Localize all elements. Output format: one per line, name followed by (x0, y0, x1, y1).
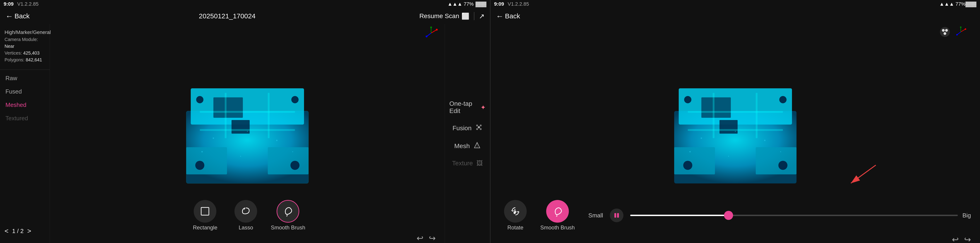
fusion-button[interactable]: Fusion (449, 124, 486, 132)
resume-scan-label: Resume Scan (419, 13, 459, 20)
3d-scan-object (168, 66, 327, 202)
right-3d-view[interactable]: Rotate Smooth Brush Small (490, 24, 980, 243)
undo-button-left[interactable]: ↩ (417, 233, 423, 243)
svg-point-30 (480, 125, 482, 126)
svg-point-58 (684, 96, 691, 103)
tool-rotate[interactable]: Rotate (500, 200, 531, 231)
left-sidebar: High/Marker/General Camera Module: Near … (0, 24, 50, 243)
svg-point-19 (291, 96, 299, 103)
texture-label: Texture (452, 160, 473, 167)
right-panel: 9:09 V1.2.2.85 ▲▲▲ 77% ▓▓▓ ← Back (490, 0, 980, 243)
undo-button-right[interactable]: ↩ (952, 235, 959, 243)
svg-point-61 (735, 131, 736, 132)
left-status-version: V1.2.2.85 (17, 1, 38, 7)
size-big-label: Big (963, 212, 971, 219)
svg-point-28 (478, 126, 480, 129)
sidebar-item-raw[interactable]: Raw (0, 71, 49, 85)
share-icon[interactable]: ↗ (479, 12, 485, 20)
left-header-right: Resume Scan ⬜ ↗ (419, 12, 485, 20)
right-tools-row: Rotate Smooth Brush Small (490, 198, 980, 233)
axis-indicator (424, 26, 438, 41)
vertices-row: Vertices: 425,403 Polygons: 842,641 (5, 49, 45, 63)
mesh-button[interactable]: Mesh (449, 141, 486, 150)
svg-point-5 (426, 35, 428, 37)
right-back-label: Back (505, 12, 520, 20)
tool-lasso[interactable]: Lasso (230, 200, 262, 231)
right-axis-icons (939, 26, 966, 38)
texture-button[interactable]: Texture 🖼 (449, 159, 486, 167)
svg-rect-15 (268, 93, 270, 138)
pagination-next[interactable]: > (27, 227, 31, 235)
smooth-brush-label-right: Smooth Brush (540, 224, 575, 231)
right-bottom-controls: Rotate Smooth Brush Small (490, 198, 980, 243)
rectangle-label: Rectangle (193, 224, 217, 231)
right-tool-actions: ↩ ↪ (490, 233, 980, 243)
sidebar-item-meshed[interactable]: Meshed (0, 98, 49, 112)
svg-point-57 (778, 161, 788, 170)
svg-point-39 (943, 32, 946, 35)
fusion-label: Fusion (452, 125, 471, 132)
svg-point-43 (965, 28, 966, 30)
resume-scan-icon: ⬜ (461, 13, 469, 20)
one-tap-edit-button[interactable]: One-tap Edit ✦ (449, 100, 486, 114)
right-back-button[interactable]: ← Back (496, 12, 520, 21)
svg-rect-11 (232, 120, 250, 133)
svg-line-67 (851, 165, 876, 183)
right-status-battery: ▓▓▓ (966, 1, 976, 7)
svg-rect-27 (201, 208, 209, 215)
texture-icon: 🖼 (476, 159, 483, 167)
svg-rect-53 (688, 129, 783, 131)
right-3d-scan-object (656, 66, 815, 202)
svg-rect-48 (674, 147, 715, 175)
sidebar-item-fused[interactable]: Fused (0, 85, 49, 98)
slider-settings-icon[interactable] (610, 208, 624, 222)
rectangle-icon (194, 200, 216, 222)
tool-rectangle[interactable]: Rectangle (189, 200, 221, 231)
svg-rect-8 (186, 147, 227, 175)
lasso-label: Lasso (239, 224, 253, 231)
scan-mode-title: High/Marker/General (5, 29, 45, 36)
size-slider-track[interactable] (630, 215, 958, 216)
size-slider-thumb[interactable] (724, 211, 733, 220)
svg-point-26 (292, 151, 293, 152)
redo-button-right[interactable]: ↪ (964, 235, 971, 243)
svg-point-18 (196, 96, 204, 103)
scan-meta: High/Marker/General Camera Module: Near … (0, 29, 49, 68)
pagination-prev[interactable]: < (5, 227, 9, 235)
svg-rect-69 (617, 213, 619, 218)
right-status-time: 9:09 (494, 1, 504, 7)
svg-rect-7 (191, 88, 304, 125)
size-slider-fill (630, 215, 729, 216)
header-divider (474, 12, 474, 20)
rotate-icon (504, 200, 527, 222)
tool-smooth-brush-right[interactable]: Smooth Brush (540, 200, 575, 231)
tool-smooth-brush-left[interactable]: Smooth Brush (271, 200, 305, 231)
svg-rect-10 (213, 97, 243, 118)
red-arrow-annotation (840, 163, 885, 191)
lasso-icon (234, 200, 257, 222)
resume-scan-button[interactable]: Resume Scan ⬜ (419, 13, 469, 20)
svg-point-17 (290, 161, 299, 170)
svg-point-38 (945, 29, 948, 32)
size-small-label: Small (588, 212, 603, 219)
svg-rect-51 (719, 120, 738, 133)
tool-buttons-row: Rectangle Lasso (50, 198, 445, 232)
svg-rect-54 (713, 93, 714, 138)
sidebar-item-textured[interactable]: Textured (0, 112, 49, 125)
svg-point-64 (689, 151, 691, 152)
left-back-button[interactable]: ← Back (5, 12, 30, 21)
svg-line-40 (961, 29, 966, 32)
svg-point-25 (201, 151, 203, 152)
left-back-label: Back (14, 12, 30, 20)
svg-point-3 (436, 29, 438, 30)
right-status-bar: 9:09 V1.2.2.85 ▲▲▲ 77% ▓▓▓ (490, 0, 980, 8)
left-bottom-tools: Rectangle Lasso (50, 198, 445, 243)
svg-point-23 (276, 140, 277, 141)
svg-point-29 (476, 125, 478, 126)
smooth-brush-icon-right (546, 200, 569, 222)
svg-rect-47 (679, 88, 792, 125)
svg-point-65 (780, 151, 781, 152)
left-3d-view[interactable]: Rectangle Lasso (50, 24, 445, 243)
redo-button-left[interactable]: ↪ (429, 233, 436, 243)
left-back-arrow-icon: ← (5, 12, 13, 21)
